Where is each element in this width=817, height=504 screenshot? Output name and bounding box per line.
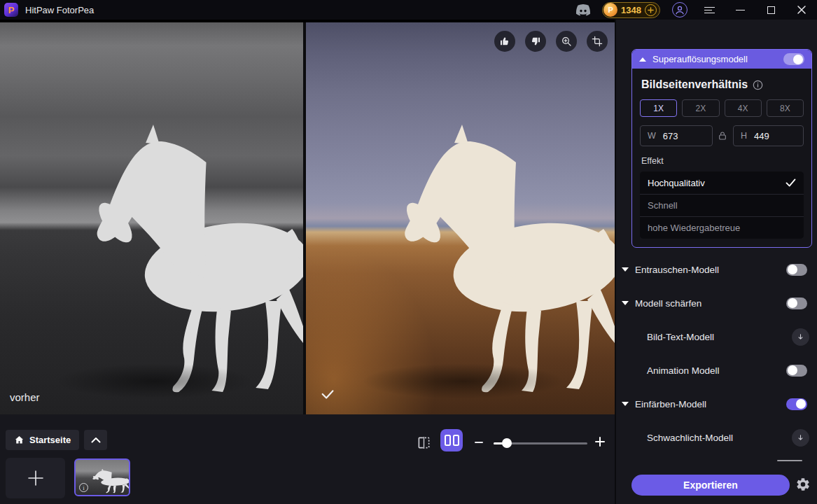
model-label: Entrauschen-Modell [635, 265, 719, 275]
coin-balance[interactable]: P 1348 [602, 2, 660, 18]
download-model-button[interactable] [792, 328, 809, 346]
aspect-lock-button[interactable] [717, 130, 729, 141]
coin-count: 1348 [621, 5, 641, 15]
super-resolution-body: Bildseitenverhältnis 1X 2X 4X 8X W H [632, 69, 811, 247]
width-field[interactable]: W [640, 125, 713, 146]
minimize-button[interactable] [725, 0, 755, 20]
super-resolution-toggle[interactable] [783, 53, 804, 65]
width-label: W [648, 131, 656, 141]
export-settings-button[interactable] [795, 477, 811, 495]
before-image: vorher [0, 22, 303, 414]
effect-option-fast[interactable]: Schnell [640, 194, 804, 216]
info-icon[interactable] [753, 80, 763, 90]
height-input[interactable] [754, 131, 796, 141]
thumbs-down-icon [530, 36, 541, 47]
super-resolution-section: Superauflösungsmodell Bildseitenverhältn… [631, 49, 812, 248]
side-by-side-icon [445, 435, 451, 446]
collapse-filmstrip-button[interactable] [84, 430, 107, 450]
collapse-up-icon [639, 57, 646, 62]
effect-list: Hochqualitativ Schnell hohe Wiedergabetr… [640, 172, 804, 239]
export-button[interactable]: Exportieren [631, 475, 790, 496]
info-icon: i [79, 483, 88, 492]
scale-button-8x[interactable]: 8X [767, 99, 804, 117]
zoom-in-step-button[interactable] [594, 436, 606, 447]
model-label: Bild-Text-Modell [647, 332, 714, 342]
image-viewer: vorher [0, 22, 615, 414]
after-image [306, 22, 615, 414]
side-by-side-view-button[interactable] [440, 429, 463, 451]
download-icon [796, 332, 805, 342]
home-icon [14, 435, 25, 445]
discord-icon [575, 4, 591, 16]
height-field[interactable]: H [733, 125, 804, 146]
processed-check-icon [320, 386, 335, 402]
effect-option-label: Schnell [648, 200, 678, 211]
ground-shadow [55, 363, 255, 398]
super-resolution-header[interactable]: Superauflösungsmodell [632, 50, 811, 69]
zoom-in-button[interactable] [556, 31, 577, 52]
effect-option-high-fidelity[interactable]: hohe Wiedergabetreue [640, 216, 804, 239]
ground-shadow [361, 363, 565, 398]
model-row-animation[interactable]: Animation Modell [616, 361, 817, 379]
app-title: HitPaw FotorPea [25, 5, 94, 15]
effect-label: Effekt [641, 156, 804, 166]
chevron-up-icon [91, 437, 101, 443]
model-row-colorize[interactable]: Einfärben-Modell [616, 395, 817, 413]
home-button[interactable]: Startseite [6, 430, 79, 450]
zoom-slider[interactable] [494, 438, 587, 448]
denoise-toggle[interactable] [786, 264, 807, 276]
settings-panel: Superauflösungsmodell Bildseitenverhältn… [615, 20, 817, 504]
width-input[interactable] [663, 131, 705, 141]
animation-toggle[interactable] [786, 365, 807, 377]
thumbs-up-button[interactable] [494, 31, 515, 52]
model-row-lowlight[interactable]: Schwachlicht-Modell [616, 428, 817, 447]
side-by-side-icon [453, 435, 459, 446]
result-toolbar [494, 31, 608, 52]
model-label: Einfärben-Modell [635, 399, 706, 410]
add-image-icon [27, 469, 45, 487]
close-icon [797, 5, 806, 15]
split-view-button[interactable] [417, 436, 431, 449]
zoom-slider-knob[interactable] [502, 438, 512, 448]
before-label: vorher [10, 391, 40, 403]
model-label: Schwachlicht-Modell [647, 433, 733, 443]
download-model-button[interactable] [792, 429, 809, 447]
account-button[interactable] [666, 2, 694, 18]
divider-dash [777, 460, 802, 461]
coin-icon: P [603, 3, 617, 17]
aspect-ratio-label: Bildseitenverhältnis [641, 78, 748, 91]
scale-options: 1X 2X 4X 8X [640, 99, 804, 117]
menu-icon [704, 7, 715, 13]
menu-button[interactable] [694, 0, 725, 20]
model-row-image-text[interactable]: Bild-Text-Modell [616, 328, 817, 346]
sharpen-toggle[interactable] [786, 298, 807, 309]
zoom-in-icon [561, 36, 572, 47]
maximize-button[interactable] [755, 0, 786, 20]
discord-button[interactable] [570, 4, 596, 16]
scale-button-2x[interactable]: 2X [682, 99, 719, 117]
model-label: Animation Modell [647, 365, 720, 376]
model-row-denoise[interactable]: Entrauschen-Modell [616, 260, 817, 279]
image-thumbnail[interactable]: i [74, 458, 130, 496]
collapse-down-icon [622, 301, 629, 305]
add-image-button[interactable] [6, 458, 65, 498]
account-icon [672, 2, 687, 18]
thumbs-down-button[interactable] [525, 31, 546, 52]
height-label: H [741, 131, 747, 141]
close-button[interactable] [786, 0, 817, 20]
effect-option-high-quality[interactable]: Hochqualitativ [640, 172, 804, 194]
download-icon [796, 433, 805, 442]
thumbs-up-icon [499, 36, 510, 47]
scale-button-1x[interactable]: 1X [640, 99, 677, 117]
zoom-out-button[interactable] [474, 438, 484, 447]
gear-icon [795, 477, 811, 492]
bottom-bar: Startseite i [0, 414, 615, 504]
colorize-toggle[interactable] [786, 398, 807, 410]
model-label: Modell schärfen [635, 298, 701, 309]
crop-button[interactable] [587, 31, 608, 52]
add-coins-icon[interactable] [645, 4, 657, 16]
scale-button-4x[interactable]: 4X [725, 99, 762, 117]
model-row-sharpen[interactable]: Modell schärfen [616, 294, 817, 312]
home-label: Startseite [29, 435, 71, 445]
check-icon [785, 178, 796, 187]
